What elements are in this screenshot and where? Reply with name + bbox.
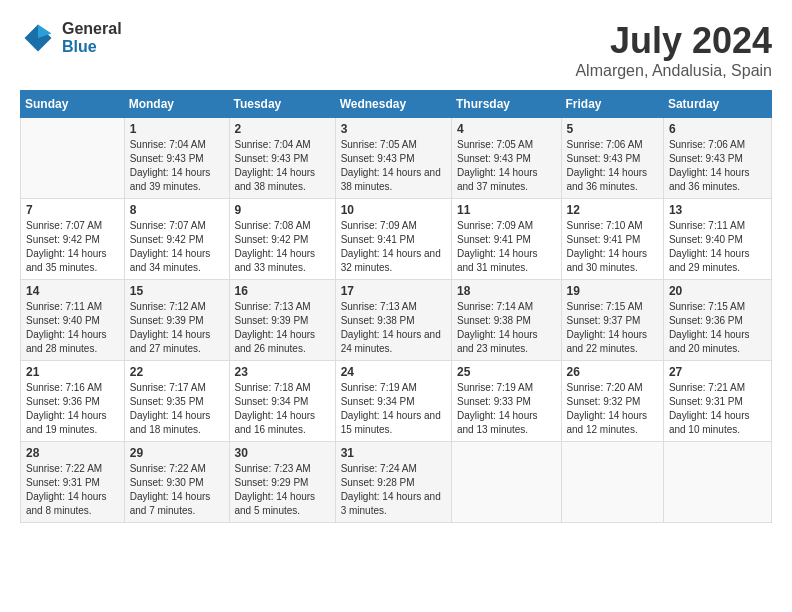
day-info: Sunrise: 7:05 AM Sunset: 9:43 PM Dayligh… [457, 138, 556, 194]
day-number: 4 [457, 122, 556, 136]
day-info: Sunrise: 7:15 AM Sunset: 9:36 PM Dayligh… [669, 300, 766, 356]
calendar-cell: 30Sunrise: 7:23 AM Sunset: 9:29 PM Dayli… [229, 442, 335, 523]
day-number: 11 [457, 203, 556, 217]
month-title: July 2024 [575, 20, 772, 62]
day-info: Sunrise: 7:14 AM Sunset: 9:38 PM Dayligh… [457, 300, 556, 356]
day-number: 23 [235, 365, 330, 379]
day-number: 13 [669, 203, 766, 217]
calendar-cell: 8Sunrise: 7:07 AM Sunset: 9:42 PM Daylig… [124, 199, 229, 280]
calendar-cell: 1Sunrise: 7:04 AM Sunset: 9:43 PM Daylig… [124, 118, 229, 199]
day-info: Sunrise: 7:18 AM Sunset: 9:34 PM Dayligh… [235, 381, 330, 437]
day-info: Sunrise: 7:21 AM Sunset: 9:31 PM Dayligh… [669, 381, 766, 437]
header-thursday: Thursday [451, 91, 561, 118]
calendar-table: SundayMondayTuesdayWednesdayThursdayFrid… [20, 90, 772, 523]
day-number: 19 [567, 284, 658, 298]
header-sunday: Sunday [21, 91, 125, 118]
calendar-week-row: 7Sunrise: 7:07 AM Sunset: 9:42 PM Daylig… [21, 199, 772, 280]
calendar-cell: 13Sunrise: 7:11 AM Sunset: 9:40 PM Dayli… [663, 199, 771, 280]
day-number: 28 [26, 446, 119, 460]
day-info: Sunrise: 7:17 AM Sunset: 9:35 PM Dayligh… [130, 381, 224, 437]
day-info: Sunrise: 7:16 AM Sunset: 9:36 PM Dayligh… [26, 381, 119, 437]
day-info: Sunrise: 7:08 AM Sunset: 9:42 PM Dayligh… [235, 219, 330, 275]
day-number: 2 [235, 122, 330, 136]
day-number: 14 [26, 284, 119, 298]
day-number: 20 [669, 284, 766, 298]
day-number: 31 [341, 446, 446, 460]
calendar-cell: 26Sunrise: 7:20 AM Sunset: 9:32 PM Dayli… [561, 361, 663, 442]
calendar-cell: 2Sunrise: 7:04 AM Sunset: 9:43 PM Daylig… [229, 118, 335, 199]
day-info: Sunrise: 7:10 AM Sunset: 9:41 PM Dayligh… [567, 219, 658, 275]
calendar-cell: 16Sunrise: 7:13 AM Sunset: 9:39 PM Dayli… [229, 280, 335, 361]
title-area: July 2024 Almargen, Andalusia, Spain [575, 20, 772, 80]
calendar-cell: 31Sunrise: 7:24 AM Sunset: 9:28 PM Dayli… [335, 442, 451, 523]
calendar-cell: 28Sunrise: 7:22 AM Sunset: 9:31 PM Dayli… [21, 442, 125, 523]
logo: General Blue [20, 20, 122, 56]
calendar-cell: 6Sunrise: 7:06 AM Sunset: 9:43 PM Daylig… [663, 118, 771, 199]
day-number: 21 [26, 365, 119, 379]
day-number: 3 [341, 122, 446, 136]
calendar-cell: 4Sunrise: 7:05 AM Sunset: 9:43 PM Daylig… [451, 118, 561, 199]
day-info: Sunrise: 7:13 AM Sunset: 9:38 PM Dayligh… [341, 300, 446, 356]
day-number: 27 [669, 365, 766, 379]
calendar-cell: 21Sunrise: 7:16 AM Sunset: 9:36 PM Dayli… [21, 361, 125, 442]
day-number: 17 [341, 284, 446, 298]
header-friday: Friday [561, 91, 663, 118]
calendar-header-row: SundayMondayTuesdayWednesdayThursdayFrid… [21, 91, 772, 118]
calendar-cell: 24Sunrise: 7:19 AM Sunset: 9:34 PM Dayli… [335, 361, 451, 442]
day-info: Sunrise: 7:24 AM Sunset: 9:28 PM Dayligh… [341, 462, 446, 518]
day-number: 6 [669, 122, 766, 136]
day-info: Sunrise: 7:06 AM Sunset: 9:43 PM Dayligh… [669, 138, 766, 194]
day-info: Sunrise: 7:15 AM Sunset: 9:37 PM Dayligh… [567, 300, 658, 356]
calendar-cell: 22Sunrise: 7:17 AM Sunset: 9:35 PM Dayli… [124, 361, 229, 442]
day-info: Sunrise: 7:09 AM Sunset: 9:41 PM Dayligh… [457, 219, 556, 275]
day-number: 22 [130, 365, 224, 379]
day-number: 25 [457, 365, 556, 379]
location: Almargen, Andalusia, Spain [575, 62, 772, 80]
day-info: Sunrise: 7:23 AM Sunset: 9:29 PM Dayligh… [235, 462, 330, 518]
calendar-cell: 5Sunrise: 7:06 AM Sunset: 9:43 PM Daylig… [561, 118, 663, 199]
day-number: 15 [130, 284, 224, 298]
calendar-cell: 20Sunrise: 7:15 AM Sunset: 9:36 PM Dayli… [663, 280, 771, 361]
day-number: 26 [567, 365, 658, 379]
calendar-cell: 15Sunrise: 7:12 AM Sunset: 9:39 PM Dayli… [124, 280, 229, 361]
day-info: Sunrise: 7:22 AM Sunset: 9:30 PM Dayligh… [130, 462, 224, 518]
day-info: Sunrise: 7:13 AM Sunset: 9:39 PM Dayligh… [235, 300, 330, 356]
day-info: Sunrise: 7:05 AM Sunset: 9:43 PM Dayligh… [341, 138, 446, 194]
calendar-week-row: 1Sunrise: 7:04 AM Sunset: 9:43 PM Daylig… [21, 118, 772, 199]
day-number: 7 [26, 203, 119, 217]
calendar-cell: 12Sunrise: 7:10 AM Sunset: 9:41 PM Dayli… [561, 199, 663, 280]
calendar-cell [21, 118, 125, 199]
day-number: 10 [341, 203, 446, 217]
calendar-week-row: 14Sunrise: 7:11 AM Sunset: 9:40 PM Dayli… [21, 280, 772, 361]
calendar-cell: 10Sunrise: 7:09 AM Sunset: 9:41 PM Dayli… [335, 199, 451, 280]
header-tuesday: Tuesday [229, 91, 335, 118]
day-info: Sunrise: 7:20 AM Sunset: 9:32 PM Dayligh… [567, 381, 658, 437]
calendar-cell: 3Sunrise: 7:05 AM Sunset: 9:43 PM Daylig… [335, 118, 451, 199]
calendar-week-row: 28Sunrise: 7:22 AM Sunset: 9:31 PM Dayli… [21, 442, 772, 523]
day-number: 18 [457, 284, 556, 298]
day-number: 30 [235, 446, 330, 460]
day-info: Sunrise: 7:11 AM Sunset: 9:40 PM Dayligh… [26, 300, 119, 356]
day-info: Sunrise: 7:06 AM Sunset: 9:43 PM Dayligh… [567, 138, 658, 194]
logo-text: General Blue [62, 20, 122, 56]
header-saturday: Saturday [663, 91, 771, 118]
calendar-cell [663, 442, 771, 523]
calendar-cell: 25Sunrise: 7:19 AM Sunset: 9:33 PM Dayli… [451, 361, 561, 442]
day-info: Sunrise: 7:07 AM Sunset: 9:42 PM Dayligh… [26, 219, 119, 275]
calendar-week-row: 21Sunrise: 7:16 AM Sunset: 9:36 PM Dayli… [21, 361, 772, 442]
calendar-cell: 18Sunrise: 7:14 AM Sunset: 9:38 PM Dayli… [451, 280, 561, 361]
day-info: Sunrise: 7:04 AM Sunset: 9:43 PM Dayligh… [130, 138, 224, 194]
day-number: 24 [341, 365, 446, 379]
day-number: 29 [130, 446, 224, 460]
day-number: 12 [567, 203, 658, 217]
calendar-cell [561, 442, 663, 523]
day-number: 1 [130, 122, 224, 136]
calendar-cell: 29Sunrise: 7:22 AM Sunset: 9:30 PM Dayli… [124, 442, 229, 523]
day-info: Sunrise: 7:12 AM Sunset: 9:39 PM Dayligh… [130, 300, 224, 356]
day-info: Sunrise: 7:22 AM Sunset: 9:31 PM Dayligh… [26, 462, 119, 518]
page-header: General Blue July 2024 Almargen, Andalus… [20, 20, 772, 80]
calendar-cell: 17Sunrise: 7:13 AM Sunset: 9:38 PM Dayli… [335, 280, 451, 361]
calendar-cell: 7Sunrise: 7:07 AM Sunset: 9:42 PM Daylig… [21, 199, 125, 280]
day-number: 8 [130, 203, 224, 217]
header-monday: Monday [124, 91, 229, 118]
